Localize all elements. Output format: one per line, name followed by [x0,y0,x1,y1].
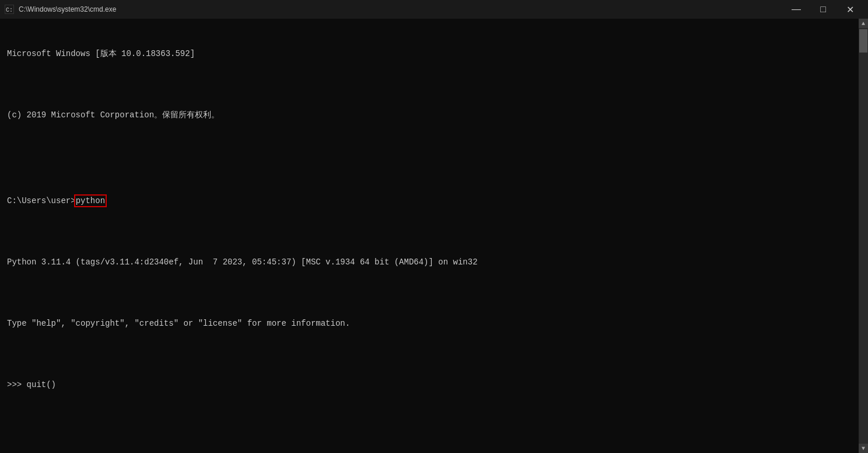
terminal-content[interactable]: Microsoft Windows [版本 10.0.18363.592] (c… [0,19,859,453]
scroll-down-button[interactable]: ▼ [859,444,868,453]
maximize-button[interactable]: □ [810,0,836,19]
window-title: C:\Windows\system32\cmd.exe [19,5,116,13]
output-line-2: (c) 2019 Microsoft Corporation。保留所有权利。 [7,109,852,121]
output-line-6: Type "help", "copyright", "credits" or "… [7,318,852,330]
output-line-4: C:\Users\user>python [7,195,852,207]
cmd-icon: C: [5,5,14,14]
output-line-5: Python 3.11.4 (tags/v3.11.4:d2340ef, Jun… [7,256,852,269]
svg-text:C:: C: [6,7,13,13]
close-button[interactable]: ✕ [836,0,863,19]
scroll-thumb[interactable] [859,29,867,53]
title-bar-left: C: C:\Windows\system32\cmd.exe [5,5,116,14]
title-bar: C: C:\Windows\system32\cmd.exe — □ ✕ [0,0,868,19]
scroll-track[interactable] [859,28,868,444]
output-line-1: Microsoft Windows [版本 10.0.18363.592] [7,48,852,60]
scroll-up-button[interactable]: ▲ [859,19,868,28]
cmd-window: C: C:\Windows\system32\cmd.exe — □ ✕ Mic… [0,0,868,453]
minimize-button[interactable]: — [783,0,810,19]
terminal-body: Microsoft Windows [版本 10.0.18363.592] (c… [0,19,868,453]
output-line-7: >>> quit() [7,379,852,391]
scrollbar[interactable]: ▲ ▼ [859,19,868,453]
cmd-python-highlight: python [76,196,105,205]
title-bar-controls: — □ ✕ [783,0,863,19]
